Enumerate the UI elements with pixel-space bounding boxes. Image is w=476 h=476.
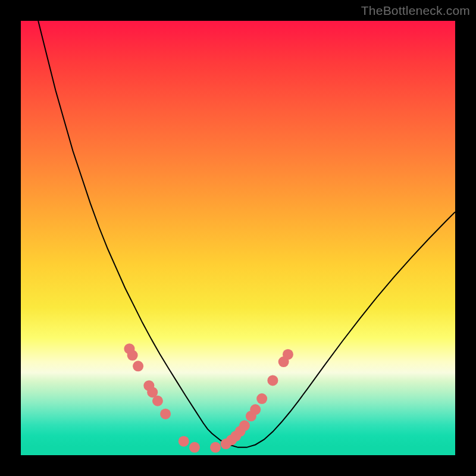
data-marker	[250, 404, 261, 415]
data-marker	[189, 442, 200, 453]
data-marker	[178, 436, 189, 447]
plot-area	[21, 21, 455, 455]
data-marker	[133, 361, 143, 371]
chart-svg	[21, 21, 455, 455]
chart-container: TheBottleneck.com	[0, 0, 476, 476]
curve-layer	[38, 21, 455, 447]
data-marker	[239, 420, 250, 431]
watermark-text: TheBottleneck.com	[361, 4, 470, 18]
data-marker	[210, 442, 221, 453]
data-marker	[127, 350, 138, 361]
data-marker	[160, 409, 171, 419]
data-marker	[283, 349, 293, 360]
bottleneck-curve	[38, 21, 455, 447]
data-marker	[256, 393, 267, 404]
data-marker	[267, 375, 278, 386]
data-marker	[152, 396, 163, 406]
